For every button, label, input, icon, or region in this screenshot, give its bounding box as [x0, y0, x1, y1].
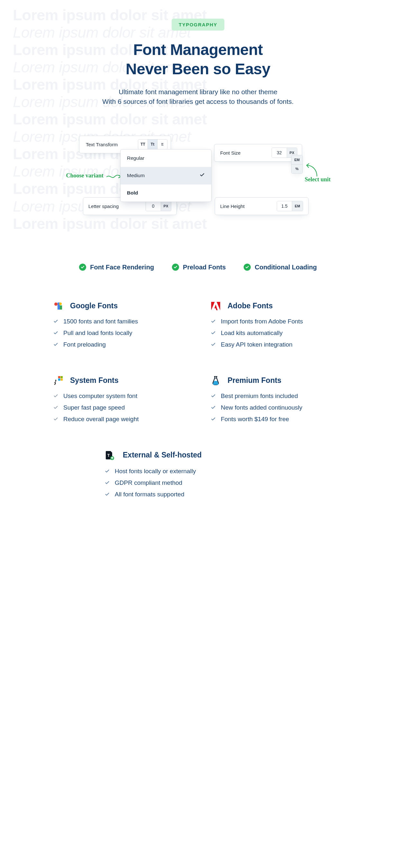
svg-marker-4	[211, 302, 215, 310]
letter-spacing-label: Letter spacing	[88, 204, 119, 209]
source-external-selfhosted: T External & Self-hosted Host fonts loca…	[105, 451, 291, 498]
letter-spacing-input[interactable]	[146, 201, 161, 211]
check-icon	[200, 172, 205, 179]
check-icon	[105, 480, 110, 485]
svg-point-11	[55, 380, 57, 381]
page-subtitle: Ultimate font management library like no…	[0, 87, 396, 107]
source-adobe-fonts: Adobe Fonts Import fonts from Adobe Font…	[211, 301, 343, 348]
svg-point-0	[54, 303, 58, 306]
svg-rect-9	[58, 378, 60, 381]
font-size-input[interactable]	[272, 148, 287, 157]
check-icon	[53, 394, 58, 398]
font-variant-dropdown[interactable]: Regular Medium Bold	[120, 149, 212, 202]
feature-font-face: Font Face Rendering	[79, 264, 154, 271]
line-height-panel: Line Height EM	[215, 197, 309, 215]
svg-text:T: T	[108, 453, 110, 458]
google-fonts-icon	[53, 301, 63, 311]
check-icon	[211, 342, 216, 347]
line-height-unit[interactable]: EM	[292, 201, 303, 211]
check-circle-icon	[172, 264, 179, 271]
svg-rect-7	[58, 376, 60, 378]
check-icon	[53, 405, 58, 410]
line-height-input[interactable]	[277, 201, 292, 211]
unit-option-em[interactable]: EM	[292, 155, 302, 164]
svg-rect-2	[60, 305, 62, 310]
check-icon	[53, 342, 58, 347]
variant-option-bold[interactable]: Bold	[121, 184, 211, 202]
svg-marker-6	[214, 305, 218, 310]
premium-fonts-icon	[211, 376, 220, 385]
font-size-label: Font Size	[220, 150, 240, 156]
source-google-fonts: Google Fonts 1500 fonts and font familie…	[53, 301, 185, 348]
source-premium-fonts: Premium Fonts Best premium fonts include…	[211, 376, 343, 423]
page-title: Font Management Never Been so Easy	[0, 40, 396, 79]
tt-lowercase-button[interactable]: tt	[157, 140, 167, 149]
unit-options-dropdown[interactable]: EM %	[291, 155, 303, 174]
check-icon	[53, 331, 58, 335]
typography-demo: Text Transform TT Tt tt Regular Medium B…	[66, 136, 330, 255]
external-fonts-icon: T	[105, 451, 115, 460]
check-icon	[105, 492, 110, 497]
feature-preload: Preload Fonts	[172, 264, 226, 271]
svg-rect-10	[61, 378, 63, 381]
feature-conditional: Conditional Loading	[244, 264, 316, 271]
arrow-icon	[305, 163, 318, 178]
tt-uppercase-button[interactable]: TT	[138, 140, 148, 149]
tt-capitalize-button[interactable]: Tt	[148, 140, 157, 149]
text-transform-label: Text Transform	[86, 142, 118, 147]
svg-rect-8	[61, 376, 63, 378]
line-height-label: Line Height	[220, 204, 245, 209]
check-icon	[211, 416, 216, 422]
letter-spacing-unit[interactable]: PX	[161, 201, 171, 211]
source-system-fonts: System Fonts Uses computer system font S…	[53, 376, 185, 423]
font-sources-grid: Google Fonts 1500 fonts and font familie…	[47, 301, 349, 423]
check-icon	[53, 319, 58, 324]
check-icon	[105, 469, 110, 473]
check-icon	[211, 394, 216, 398]
svg-point-3	[59, 303, 62, 305]
check-icon	[211, 319, 216, 324]
text-transform-group: TT Tt tt	[138, 139, 167, 150]
adobe-fonts-icon	[211, 301, 220, 311]
check-circle-icon	[79, 264, 86, 271]
features-strip: Font Face Rendering Preload Fonts Condit…	[0, 264, 396, 271]
category-badge: TYPOGRAPHY	[172, 19, 224, 31]
system-fonts-icon	[53, 376, 63, 385]
check-icon	[53, 416, 58, 422]
check-icon	[211, 331, 216, 335]
check-icon	[211, 405, 216, 410]
variant-option-medium[interactable]: Medium	[121, 167, 211, 184]
check-circle-icon	[244, 264, 251, 271]
variant-option-regular[interactable]: Regular	[121, 150, 211, 167]
annotation-choose-variant: Choose variant	[45, 172, 103, 179]
unit-option-percent[interactable]: %	[292, 164, 302, 173]
font-size-panel: Font Size PX	[214, 144, 302, 162]
